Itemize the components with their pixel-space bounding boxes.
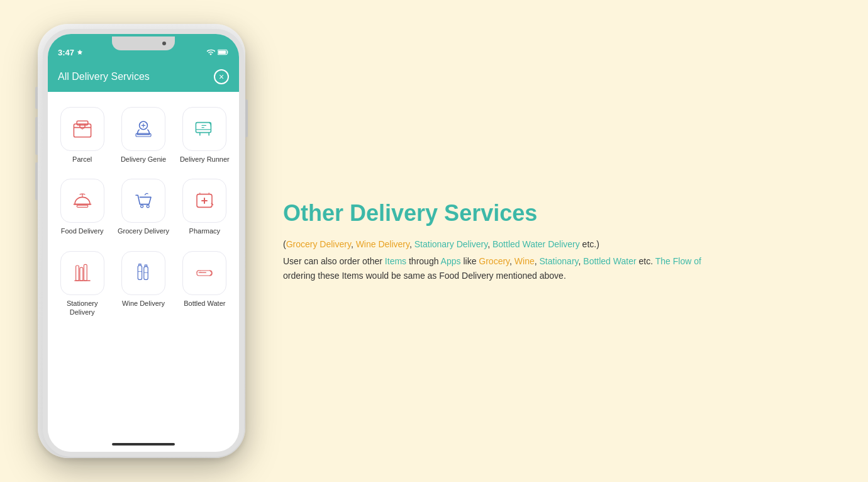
delivery-runner-icon	[192, 116, 217, 142]
svg-rect-7	[77, 205, 88, 207]
delivery-genie-label: Delivery Genie	[121, 155, 166, 164]
svg-rect-12	[80, 267, 83, 281]
notch	[112, 36, 175, 50]
food-delivery-icon	[70, 188, 95, 213]
stationery-icon	[70, 261, 95, 286]
phone-screen: 3:47	[43, 29, 244, 457]
body-text4: etc.	[637, 256, 655, 266]
body-comma2: ,	[535, 256, 540, 266]
body-text2: through	[406, 256, 441, 266]
section-body: User can also order other Items through …	[283, 254, 736, 283]
body-text3: like	[461, 256, 479, 266]
body-stationary: Stationary	[540, 256, 579, 266]
bottled-water-label: Bottled Water	[184, 299, 225, 308]
delivery-runner-label: Delivery Runner	[180, 155, 230, 164]
home-indicator	[112, 443, 175, 446]
services-grid: Parcel	[53, 102, 234, 322]
food-delivery-icon-box	[60, 179, 104, 223]
stationery-label: Stationery Delivery	[55, 299, 109, 317]
svg-rect-15	[144, 266, 148, 279]
body-items: Items	[385, 256, 406, 266]
body-apps: Apps	[441, 256, 461, 266]
service-item-pharmacy[interactable]: Pharmacy	[175, 174, 234, 240]
delivery-genie-icon-box	[121, 107, 165, 151]
service-item-stationery[interactable]: Stationery Delivery	[53, 246, 111, 322]
subtitle-comma3: ,	[487, 239, 492, 249]
stationery-icon-box	[60, 251, 104, 295]
svg-rect-11	[75, 266, 79, 281]
subtitle-stationary: Stationary Delivery	[415, 239, 487, 249]
service-item-delivery-runner[interactable]: Delivery Runner	[175, 102, 234, 169]
status-time: 3:47	[58, 48, 83, 57]
service-item-wine[interactable]: Wine Delivery	[114, 246, 172, 322]
service-item-bottled-water[interactable]: Bottled Water	[175, 246, 234, 322]
subtitle-grocery: Grocery Delivery	[286, 239, 351, 249]
svg-point-9	[147, 205, 149, 208]
food-delivery-label: Food Delivery	[61, 227, 104, 235]
wine-icon-box	[121, 251, 165, 295]
phone-outer: 3:47	[38, 24, 245, 458]
body-grocery: Grocery	[479, 256, 509, 266]
subtitle-bottled: Bottled Water Delivery	[492, 239, 580, 249]
right-panel: Other Delivery Services (Grocery Deliver…	[283, 187, 736, 295]
svg-rect-13	[84, 264, 87, 281]
body-wine: Wine	[515, 256, 535, 266]
delivery-runner-icon-box	[182, 107, 226, 151]
camera	[162, 42, 166, 45]
service-item-food-delivery[interactable]: Food Delivery	[53, 174, 111, 240]
subtitle-comma2: ,	[409, 239, 415, 249]
subtitle-wine: Wine Delivery	[356, 239, 409, 249]
status-icons	[206, 48, 229, 57]
section-subtitle: (Grocery Delivery, Wine Delivery, Statio…	[283, 239, 736, 249]
grocery-delivery-icon	[131, 188, 156, 213]
wine-delivery-label: Wine Delivery	[122, 299, 165, 308]
close-button[interactable]: ×	[214, 69, 229, 84]
parcel-icon-box	[60, 107, 104, 151]
body-bottled: Bottled Water	[583, 256, 636, 266]
volume-up-button	[35, 117, 38, 155]
body-text5: ordering these Items would be same as Fo…	[283, 271, 566, 281]
pharmacy-icon	[192, 188, 217, 213]
parcel-label: Parcel	[72, 155, 92, 164]
service-item-parcel[interactable]: Parcel	[53, 102, 111, 169]
bottled-water-icon-box	[182, 251, 226, 295]
grocery-delivery-icon-box	[121, 179, 165, 223]
grocery-delivery-label: Grocery Delivery	[118, 227, 169, 235]
svg-rect-16	[197, 271, 212, 276]
svg-rect-14	[138, 266, 142, 279]
volume-down-button	[35, 162, 38, 200]
phone-content[interactable]: Parcel	[48, 92, 239, 437]
silent-button	[35, 87, 38, 109]
phone-wrapper: 3:47	[38, 24, 245, 458]
pharmacy-icon-box	[182, 179, 226, 223]
delivery-genie-icon	[131, 116, 156, 142]
page-container: 3:47	[0, 0, 868, 482]
svg-rect-5	[136, 133, 151, 137]
status-bar: 3:47	[48, 34, 239, 65]
parcel-icon	[70, 116, 95, 142]
body-text1: User can also order other	[283, 256, 385, 266]
phone-header: All Delivery Services ×	[48, 65, 239, 92]
wine-icon	[131, 261, 156, 286]
header-title: All Delivery Services	[58, 71, 150, 82]
subtitle-comma1: ,	[351, 239, 356, 249]
service-item-grocery-delivery[interactable]: Grocery Delivery	[114, 174, 172, 240]
body-comma1: ,	[509, 256, 515, 266]
svg-rect-2	[74, 124, 91, 137]
body-flow: The Flow of	[655, 256, 701, 266]
phone-bottom-bar	[48, 437, 239, 452]
svg-point-8	[141, 205, 143, 208]
service-item-delivery-genie[interactable]: Delivery Genie	[114, 102, 172, 169]
subtitle-etc: etc.)	[580, 239, 599, 249]
svg-rect-1	[218, 50, 226, 53]
pharmacy-label: Pharmacy	[189, 227, 221, 235]
power-button	[245, 99, 248, 137]
section-title: Other Delivery Services	[283, 199, 736, 227]
bottled-water-icon	[192, 261, 217, 286]
